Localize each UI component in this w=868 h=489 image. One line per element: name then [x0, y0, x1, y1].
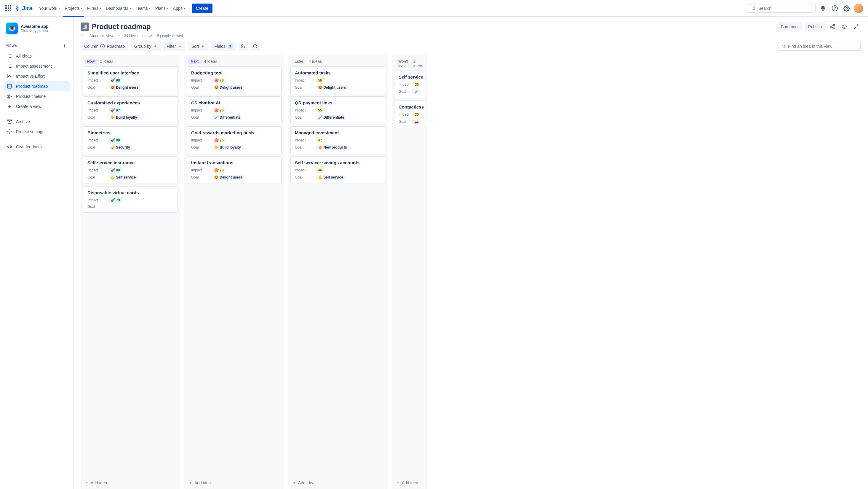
goal-chip: 💪 Self service — [109, 175, 137, 180]
nav-item-projects[interactable]: Projects▾ — [63, 4, 84, 13]
impact-label: Impact — [399, 82, 411, 87]
nav-item-plans[interactable]: Plans▾ — [154, 4, 170, 13]
global-search[interactable] — [748, 4, 816, 13]
impact-chip: 36 — [413, 82, 421, 87]
impact-chip: 56 — [316, 78, 323, 83]
idea-card[interactable]: Automated tasks Impact 56 Goal 😍 Delight… — [290, 66, 385, 94]
create-button[interactable]: Create — [192, 4, 213, 13]
idea-card[interactable]: Budgeting tool Impact 🎯 78 Goal 😍 Deligh… — [187, 66, 282, 94]
card-title: Budgeting tool — [191, 70, 277, 75]
about-view-link[interactable]: About this view — [90, 34, 114, 38]
add-view-icon[interactable]: ＋ — [62, 42, 68, 49]
svg-point-20 — [9, 75, 10, 76]
impact-label: Impact — [191, 78, 210, 82]
nav-item-teams[interactable]: Teams▾ — [134, 4, 152, 13]
add-idea-button[interactable]: ＋ Add idea — [392, 477, 427, 489]
add-idea-button[interactable]: ＋ Add idea — [81, 477, 180, 489]
search-icon — [781, 44, 786, 48]
comment-button[interactable]: Comment — [777, 22, 802, 31]
idea-card[interactable]: Gold rewards marketing push Impact 🎯 75 … — [187, 126, 282, 154]
impact-chip: 🎯 78 — [213, 78, 225, 83]
share-icon[interactable] — [828, 22, 837, 31]
column-count: 4 ideas — [309, 59, 322, 64]
find-in-view[interactable] — [778, 42, 861, 51]
svg-rect-30 — [7, 120, 11, 121]
column-later: Later 4 ideas Automated tasks Impact 56 … — [288, 55, 388, 489]
idea-card[interactable]: Self service: savings accounts Impact 46… — [290, 156, 385, 184]
idea-card[interactable]: Managed investment Impact 47 Goal 🥚 New … — [290, 126, 385, 154]
goal-label: Goal — [191, 115, 210, 119]
idea-card[interactable]: QR payment links Impact 55 Goal 🧪 Differ… — [290, 96, 385, 124]
column-won-t-do: Won't do 2 ideas Self service: Impact 36… — [392, 55, 427, 489]
card-size-icon[interactable] — [239, 41, 248, 51]
card-title: Automated tasks — [295, 70, 381, 75]
card-title: Instant transactions — [191, 160, 277, 165]
sidebar-view-impact-assessment[interactable]: Impact assessment — [4, 61, 70, 71]
cloud-export-icon[interactable] — [840, 22, 849, 31]
views-header: VIEWS ＋ — [4, 37, 70, 51]
people-viewed: 5 people viewed — [157, 34, 183, 38]
column-count: 4 ideas — [204, 59, 217, 64]
user-avatar[interactable] — [854, 4, 863, 13]
sidebar-view-create-a-view[interactable]: Create a view — [4, 102, 70, 112]
fields-button[interactable]: Fields 3 — [211, 42, 236, 51]
idea-card[interactable]: Biometrics Impact 🚀 80 Goal 🔒 Security — [83, 126, 178, 154]
goal-label: Goal — [87, 175, 106, 179]
page-header: Product roadmap Comment Publish — [73, 17, 868, 33]
board-icon — [81, 23, 89, 31]
sort-lines-icon — [81, 34, 85, 38]
idea-card[interactable]: Simplified user interface Impact 🚀 98 Go… — [83, 66, 178, 94]
sidebar-item-label: Impact vs Effort — [16, 74, 45, 79]
sidebar-view-product-timeline[interactable]: Product timeline — [4, 91, 70, 102]
impact-chip: 🎯 70 — [213, 168, 225, 173]
column-selector[interactable]: Column Roadmap — [81, 42, 128, 51]
find-input[interactable] — [788, 44, 857, 49]
search-icon — [751, 6, 756, 11]
app-switcher-icon[interactable] — [5, 5, 12, 12]
impact-label: Impact — [87, 78, 106, 82]
refresh-icon[interactable] — [250, 41, 260, 51]
add-idea-button[interactable]: ＋ Add idea — [184, 477, 284, 489]
group-by-button[interactable]: Group by ＋ — [131, 41, 161, 51]
sidebar-view-product-roadmap[interactable]: Product roadmap — [4, 81, 70, 91]
goal-chip: 🥚 New products — [316, 145, 349, 150]
sidebar-view-all-ideas[interactable]: All ideas — [4, 51, 70, 61]
idea-card[interactable]: Disposable virtual cards Impact 🚀 79 Goa… — [83, 186, 178, 212]
search-input[interactable] — [758, 6, 812, 11]
nav-item-apps[interactable]: Apps▾ — [171, 4, 187, 13]
impact-label: Impact — [191, 168, 210, 172]
idea-card[interactable]: Customised experiences Impact 🚀 97 Goal … — [83, 96, 178, 124]
publish-button[interactable]: Publish — [805, 22, 825, 31]
idea-card[interactable]: Self-service insurance Impact 🚀 80 Goal … — [83, 156, 178, 184]
sort-button[interactable]: Sort ＋ — [188, 41, 209, 51]
idea-card[interactable]: Self service: Impact 36 Goal 🧪 — [394, 70, 425, 98]
goal-chip: 🧪 Differentiate — [213, 115, 242, 120]
column-tag: Next — [188, 59, 201, 64]
idea-card[interactable]: Contactless Impact 30 Goal 🚗 — [394, 100, 425, 128]
notifications-icon[interactable] — [818, 4, 828, 13]
sidebar-item-settings[interactable]: Project settings — [4, 126, 70, 137]
settings-icon[interactable] — [842, 4, 851, 13]
nav-item-dashboards[interactable]: Dashboards▾ — [104, 4, 133, 13]
jira-logo[interactable]: Jira — [14, 5, 33, 11]
idea-card[interactable]: CS chatbot AI Impact 🎯 76 Goal 🧪 Differe… — [187, 96, 282, 124]
sidebar-view-impact-vs-effort[interactable]: Impact vs Effort — [4, 71, 70, 81]
chevron-down-icon: ▾ — [58, 6, 60, 10]
filter-button[interactable]: Filter ＋ — [163, 41, 186, 51]
sidebar-item-feedback[interactable]: Give feedback — [4, 142, 70, 152]
help-icon[interactable] — [830, 4, 840, 13]
goal-label: Goal — [295, 175, 314, 179]
sidebar-item-archive[interactable]: Archive — [4, 117, 70, 126]
nav-item-your-work[interactable]: Your work▾ — [37, 4, 62, 13]
plus-icon: ＋ — [178, 44, 182, 49]
plus-icon: ＋ — [153, 44, 157, 49]
card-title: Self-service insurance — [87, 160, 173, 165]
nav-item-filters[interactable]: Filters▾ — [85, 4, 103, 13]
gear-icon — [6, 129, 12, 134]
goal-chip: 🤝 Build loyalty — [109, 115, 139, 120]
project-header[interactable]: 👁️ Awesome app Discovery project — [4, 23, 70, 37]
idea-card[interactable]: Instant transactions Impact 🎯 70 Goal 😍 … — [187, 156, 282, 184]
expand-icon[interactable] — [851, 22, 861, 31]
add-idea-button[interactable]: ＋ Add idea — [288, 477, 388, 489]
impact-chip: 🎯 76 — [213, 108, 225, 113]
